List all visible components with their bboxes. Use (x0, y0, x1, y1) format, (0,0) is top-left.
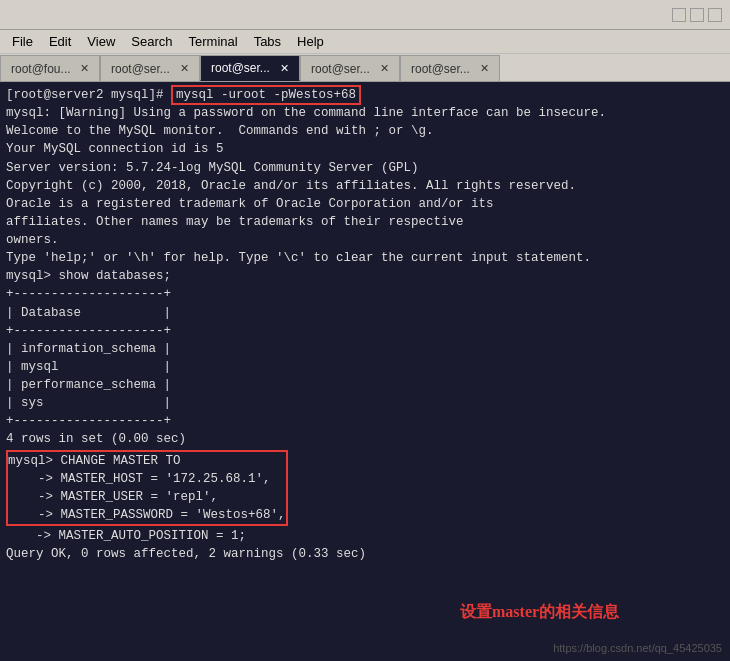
menu-item-help[interactable]: Help (289, 32, 332, 51)
menu-item-edit[interactable]: Edit (41, 32, 79, 51)
terminal-line-6: Copyright (c) 2000, 2018, Oracle and/or … (6, 177, 724, 195)
terminal-line-0: [root@server2 mysql]# mysql -uroot -pWes… (6, 86, 724, 104)
terminal-line-4: Server version: 5.7.24-log MySQL Communi… (6, 159, 724, 177)
highlight-command: mysql -uroot -pWestos+68 (171, 85, 361, 105)
terminal-line-14: mysql> show databases; (6, 267, 724, 285)
terminal-line-10: owners. (6, 231, 724, 249)
title-bar (0, 0, 730, 30)
menu-item-terminal[interactable]: Terminal (181, 32, 246, 51)
terminal-line-17: +--------------------+ (6, 322, 724, 340)
tab-close-1[interactable]: ✕ (180, 62, 189, 75)
close-button[interactable] (708, 8, 722, 22)
terminal-line-27: -> MASTER_USER = 'repl', (8, 488, 286, 506)
terminal-line-1: mysql: [Warning] Using a password on the… (6, 104, 724, 122)
terminal-line-23: 4 rows in set (0.00 sec) (6, 430, 724, 448)
terminal-line-19: | mysql | (6, 358, 724, 376)
minimize-button[interactable] (672, 8, 686, 22)
menu-item-search[interactable]: Search (123, 32, 180, 51)
terminal-line-25: mysql> CHANGE MASTER TO (8, 452, 286, 470)
tab-close-0[interactable]: ✕ (80, 62, 89, 75)
tab-close-2[interactable]: ✕ (280, 62, 289, 75)
tab-0[interactable]: root@fou...✕ (0, 55, 100, 81)
window-controls[interactable] (672, 8, 722, 22)
menu-item-tabs[interactable]: Tabs (246, 32, 289, 51)
terminal-line-2: Welcome to the MySQL monitor. Commands e… (6, 122, 724, 140)
watermark: https://blog.csdn.net/qq_45425035 (553, 641, 722, 657)
terminal-line-21: | sys | (6, 394, 724, 412)
terminal-line-9: affiliates. Other names may be trademark… (6, 213, 724, 231)
terminal-line-22: +--------------------+ (6, 412, 724, 430)
master-annotation: 设置master的相关信息 (460, 600, 619, 623)
tab-1[interactable]: root@ser...✕ (100, 55, 200, 81)
menu-item-view[interactable]: View (79, 32, 123, 51)
terminal-content: [root@server2 mysql]# mysql -uroot -pWes… (0, 82, 730, 661)
terminal-line-8: Oracle is a registered trademark of Orac… (6, 195, 724, 213)
tab-bar: root@fou...✕root@ser...✕root@ser...✕root… (0, 54, 730, 82)
terminal-line-26: -> MASTER_HOST = '172.25.68.1', (8, 470, 286, 488)
tab-close-3[interactable]: ✕ (380, 62, 389, 75)
menu-item-file[interactable]: File (4, 32, 41, 51)
terminal-line-29: -> MASTER_AUTO_POSITION = 1; (6, 527, 724, 545)
tab-3[interactable]: root@ser...✕ (300, 55, 400, 81)
terminal-line-16: | Database | (6, 304, 724, 322)
tab-4[interactable]: root@ser...✕ (400, 55, 500, 81)
maximize-button[interactable] (690, 8, 704, 22)
tab-close-4[interactable]: ✕ (480, 62, 489, 75)
terminal-line-12: Type 'help;' or '\h' for help. Type '\c'… (6, 249, 724, 267)
terminal-line-3: Your MySQL connection id is 5 (6, 140, 724, 158)
terminal-line-18: | information_schema | (6, 340, 724, 358)
terminal-line-28: -> MASTER_PASSWORD = 'Westos+68', (8, 506, 286, 524)
menu-bar: FileEditViewSearchTerminalTabsHelp (0, 30, 730, 54)
terminal-line-30: Query OK, 0 rows affected, 2 warnings (0… (6, 545, 724, 563)
terminal-line-15: +--------------------+ (6, 285, 724, 303)
terminal-line-20: | performance_schema | (6, 376, 724, 394)
change-master-block: mysql> CHANGE MASTER TO -> MASTER_HOST =… (6, 450, 288, 527)
tab-2[interactable]: root@ser...✕ (200, 55, 300, 81)
